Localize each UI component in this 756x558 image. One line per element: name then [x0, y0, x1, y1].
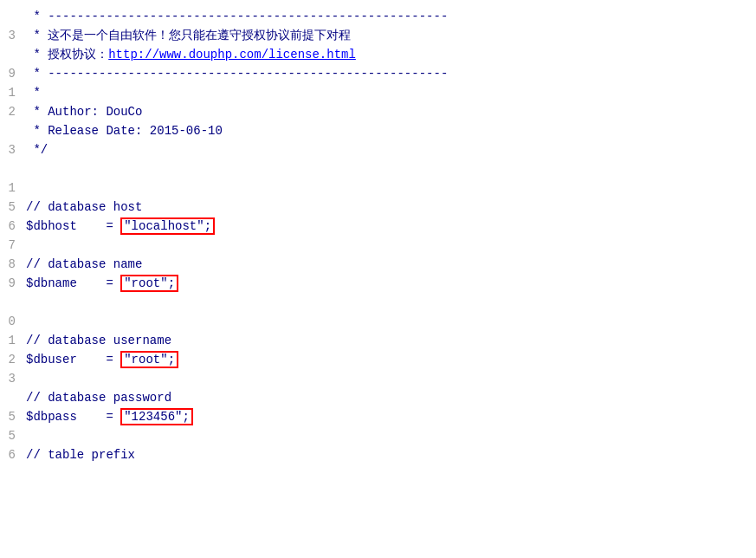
- code-line: 1 // database username: [0, 331, 756, 350]
- line-number: 9: [0, 276, 26, 290]
- code-line-empty: 7: [0, 236, 756, 255]
- line-content: // database host: [26, 200, 756, 214]
- code-line: 9 * ------------------------------------…: [0, 64, 756, 83]
- line-content: $dbpass = "123456";: [26, 410, 756, 424]
- line-content: * 这不是一个自由软件！您只能在遵守授权协议前提下对程: [26, 28, 756, 43]
- code-editor: * --------------------------------------…: [0, 0, 756, 558]
- line-content: * --------------------------------------…: [26, 10, 756, 23]
- line-content: // table prefix: [26, 448, 756, 462]
- line-content: $dbuser = "root";: [26, 353, 756, 367]
- line-number: 5: [0, 200, 26, 214]
- dbhost-value: "localhost";: [120, 217, 215, 235]
- line-content: * 授权协议：http://www.douphp.com/license.htm…: [26, 47, 756, 62]
- code-line: 3 */: [0, 140, 756, 159]
- line-number: 2: [0, 353, 26, 367]
- code-line: 5 // database host: [0, 198, 756, 217]
- line-content: * Author: DouCo: [26, 105, 756, 119]
- line-number: 5: [0, 429, 26, 443]
- line-number: 9: [0, 67, 26, 81]
- code-line: 8 // database name: [0, 255, 756, 274]
- dbpass-line: 5 $dbpass = "123456";: [0, 407, 756, 426]
- line-number: 3: [0, 143, 26, 157]
- dbname-line: 9 $dbname = "root";: [0, 274, 756, 293]
- line-content: */: [26, 143, 756, 157]
- code-line-empty: 3: [0, 369, 756, 388]
- line-number: 3: [0, 372, 26, 386]
- code-line-empty: 5: [0, 426, 756, 445]
- line-number: 3: [0, 29, 26, 42]
- line-content: $dbname = "root";: [26, 276, 756, 290]
- code-line-empty: 0: [0, 312, 756, 331]
- line-content: $dbhost = "localhost";: [26, 219, 756, 233]
- code-line-empty: [0, 159, 756, 178]
- line-number: 0: [0, 315, 26, 328]
- line-content: * Release Date: 2015-06-10: [26, 124, 756, 138]
- line-number: 1: [0, 86, 26, 100]
- line-number: 7: [0, 238, 26, 252]
- line-number: 8: [0, 257, 26, 271]
- dbhost-line: 6 $dbhost = "localhost";: [0, 217, 756, 236]
- line-content: *: [26, 86, 756, 100]
- code-line: 2 * Author: DouCo: [0, 102, 756, 121]
- line-content: * --------------------------------------…: [26, 67, 756, 81]
- dbuser-value: "root";: [120, 351, 178, 368]
- code-line: 3 * 这不是一个自由软件！您只能在遵守授权协议前提下对程: [0, 26, 756, 45]
- code-line: 1 *: [0, 83, 756, 102]
- line-number: 5: [0, 410, 26, 424]
- line-content: // database name: [26, 257, 756, 271]
- code-line: * 授权协议：http://www.douphp.com/license.htm…: [0, 45, 756, 64]
- line-number: 1: [0, 334, 26, 347]
- code-line: 6 // table prefix: [0, 445, 756, 464]
- line-content: // database username: [26, 334, 756, 347]
- code-line-empty: 1: [0, 178, 756, 198]
- code-line: // database password: [0, 388, 756, 407]
- dbname-value: "root";: [120, 275, 178, 292]
- dbpass-value: "123456";: [120, 408, 193, 425]
- line-number: 2: [0, 105, 26, 119]
- license-link[interactable]: http://www.douphp.com/license.html: [108, 48, 356, 62]
- code-line-empty: [0, 293, 756, 312]
- line-content: // database password: [26, 391, 756, 405]
- code-line: * --------------------------------------…: [0, 7, 756, 26]
- line-number: 6: [0, 219, 26, 233]
- dbuser-line: 2 $dbuser = "root";: [0, 350, 756, 369]
- code-line: * Release Date: 2015-06-10: [0, 121, 756, 140]
- line-number: 6: [0, 448, 26, 462]
- line-number: 1: [0, 181, 26, 195]
